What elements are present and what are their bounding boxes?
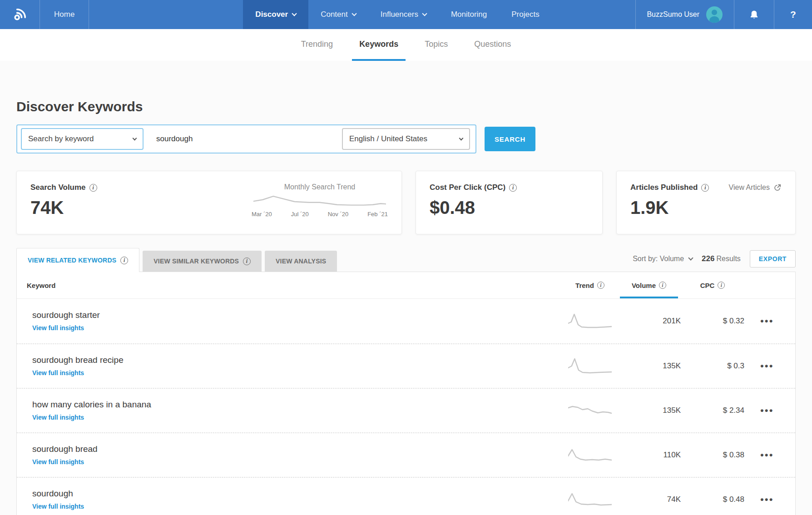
tab-view-similar-keywords[interactable]: VIEW SIMILAR KEYWORDS: [143, 251, 262, 272]
keyword-trend-cell: [563, 357, 617, 375]
row-menu-button[interactable]: •••: [760, 450, 774, 460]
nav-item-label: Content: [321, 10, 348, 19]
help-button[interactable]: ?: [774, 0, 812, 29]
row-menu-button[interactable]: •••: [760, 361, 774, 371]
chevron-down-icon: [133, 136, 137, 141]
search-button[interactable]: SEARCH: [485, 127, 535, 151]
nav-item-discover[interactable]: Discover: [243, 0, 308, 29]
notifications-button[interactable]: [734, 0, 774, 29]
keyword-row: sourdough bread recipe View full insight…: [17, 343, 795, 388]
buzzsumo-logo[interactable]: [0, 0, 40, 29]
column-trend[interactable]: Trend: [563, 272, 617, 298]
stat-cards: Search Volume 74K Monthly Search Trend M…: [16, 171, 796, 234]
tab-trending[interactable]: Trending: [294, 29, 340, 61]
articles-value: 1.9K: [630, 198, 782, 218]
search-row: Search by keyword English / United State…: [16, 124, 796, 154]
language-value: English / United States: [349, 134, 427, 144]
keyword-cpc: $ 0.3: [681, 361, 744, 371]
trend-tick: Nov ´20: [328, 211, 349, 218]
keyword-volume: 135K: [617, 361, 681, 371]
tab-keywords[interactable]: Keywords: [352, 29, 406, 61]
row-menu-button[interactable]: •••: [760, 494, 774, 505]
info-icon[interactable]: [659, 282, 666, 289]
keyword-trend-sparkline: [568, 357, 612, 375]
nav-item-home[interactable]: Home: [40, 0, 89, 29]
nav-right: BuzzSumo User ?: [635, 0, 812, 29]
trend-tick: Feb ´21: [367, 211, 388, 218]
user-menu[interactable]: BuzzSumo User: [635, 0, 734, 29]
info-icon[interactable]: [701, 184, 709, 192]
tab-view-related-keywords[interactable]: VIEW RELATED KEYWORDS: [16, 248, 139, 272]
search-mode-select[interactable]: Search by keyword: [21, 128, 144, 150]
nav-item-influencers[interactable]: Influencers: [368, 0, 439, 29]
cpc-card: Cost Per Click (CPC) $0.48: [416, 171, 603, 234]
cpc-value: $0.48: [430, 198, 589, 218]
chevron-down-icon: [459, 136, 464, 141]
info-icon[interactable]: [597, 282, 604, 289]
row-menu-button[interactable]: •••: [760, 405, 774, 416]
search-box: Search by keyword English / United State…: [16, 124, 476, 154]
sort-by-dropdown[interactable]: Sort by: Volume: [633, 255, 693, 263]
view-full-insights-link[interactable]: View full insights: [32, 458, 84, 465]
chevron-down-icon: [352, 11, 356, 16]
tab-topics[interactable]: Topics: [417, 29, 455, 61]
monthly-trend-title: Monthly Search Trend: [284, 183, 356, 191]
view-full-insights-link[interactable]: View full insights: [32, 414, 84, 421]
nav-item-content[interactable]: Content: [308, 0, 368, 29]
keyword-trend-sparkline: [568, 401, 612, 420]
chevron-down-icon: [292, 11, 297, 16]
bell-icon: [749, 10, 759, 20]
language-select[interactable]: English / United States: [342, 128, 470, 150]
nav-item-label: Discover: [255, 10, 288, 19]
keyword-row: sourdough View full insights 74K $ 0.48 …: [17, 477, 795, 515]
table-rows: sourdough starter View full insights 201…: [17, 299, 795, 515]
chevron-down-icon: [688, 255, 693, 260]
keyword-title: sourdough bread: [32, 444, 563, 454]
articles-card: Articles Published View Articles 1.9K: [616, 171, 796, 234]
info-icon[interactable]: [718, 282, 725, 289]
keyword-row: sourdough bread View full insights 110K …: [17, 432, 795, 477]
keyword-trend-cell: [563, 490, 617, 509]
tab-label: Topics: [425, 40, 448, 49]
keyword-title: sourdough: [32, 489, 563, 499]
row-menu-button[interactable]: •••: [760, 316, 774, 326]
chevron-down-icon: [422, 11, 427, 16]
keyword-row: how many calories in a banana View full …: [17, 388, 795, 432]
search-mode-value: Search by keyword: [28, 134, 94, 144]
export-button[interactable]: EXPORT: [750, 250, 796, 267]
info-icon[interactable]: [509, 184, 517, 192]
rtab-label: VIEW RELATED KEYWORDS: [28, 257, 116, 264]
view-articles-link[interactable]: View Articles: [729, 183, 782, 192]
trend-tick: Jul ´20: [291, 211, 309, 218]
column-volume-sorted[interactable]: Volume: [617, 272, 681, 298]
tab-label: Keywords: [359, 40, 398, 49]
keyword-cpc: $ 0.38: [681, 451, 744, 460]
view-full-insights-link[interactable]: View full insights: [32, 324, 84, 332]
keyword-cpc: $ 0.48: [681, 495, 744, 504]
nav-item-monitoring[interactable]: Monitoring: [439, 0, 499, 29]
column-keyword: Keyword: [27, 282, 563, 289]
search-volume-card: Search Volume 74K Monthly Search Trend M…: [16, 171, 402, 234]
page-title: Discover Keywords: [16, 61, 796, 114]
view-full-insights-link[interactable]: View full insights: [32, 503, 84, 510]
keywords-table: Keyword Trend Volume CPC sourdough start…: [16, 272, 796, 515]
info-icon[interactable]: [243, 258, 251, 265]
view-full-insights-link[interactable]: View full insights: [32, 369, 84, 376]
nav-item-projects[interactable]: Projects: [499, 0, 551, 29]
buzzsumo-logo-icon: [12, 6, 28, 23]
monthly-trend-block: Monthly Search Trend Mar ´20Jul ´20Nov ´…: [252, 183, 388, 222]
external-link-icon: [773, 183, 782, 192]
tab-questions[interactable]: Questions: [467, 29, 518, 61]
search-input[interactable]: [156, 134, 342, 144]
keyword-trend-cell: [563, 446, 617, 464]
tab-view-analysis[interactable]: VIEW ANALYSIS: [265, 251, 337, 272]
keyword-cpc: $ 2.34: [681, 406, 744, 415]
keyword-trend-cell: [563, 312, 617, 330]
column-cpc[interactable]: CPC: [681, 272, 744, 298]
monthly-trend-ticks: Mar ´20Jul ´20Nov ´20Feb ´21: [252, 211, 388, 218]
keyword-cpc: $ 0.32: [681, 317, 744, 326]
info-icon[interactable]: [120, 257, 128, 264]
results-head: VIEW RELATED KEYWORDSVIEW SIMILAR KEYWOR…: [16, 248, 796, 272]
nav-item-label: Influencers: [381, 10, 418, 19]
info-icon[interactable]: [89, 184, 97, 192]
